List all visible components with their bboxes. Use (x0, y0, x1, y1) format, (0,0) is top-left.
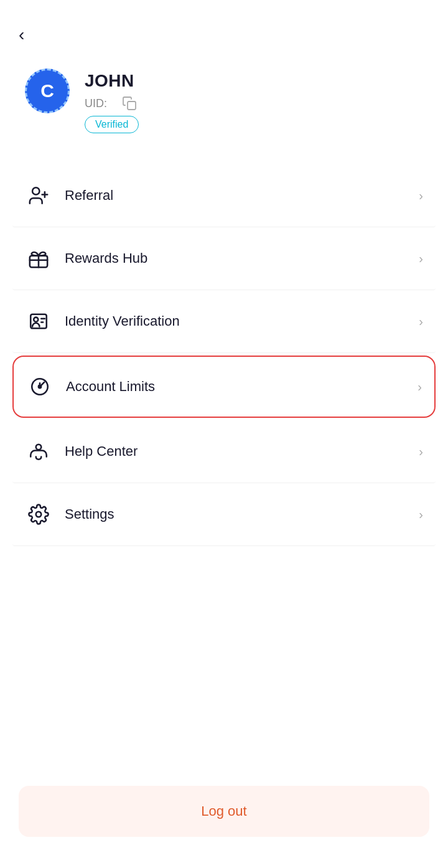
rewards-icon (25, 245, 52, 272)
avatar: C (25, 68, 70, 113)
chevron-icon: › (418, 380, 422, 394)
chevron-icon: › (419, 507, 423, 522)
help-center-label: Help Center (65, 443, 419, 460)
settings-label: Settings (65, 506, 419, 522)
chevron-icon: › (419, 189, 423, 203)
svg-point-11 (36, 445, 42, 450)
account-limits-label: Account Limits (66, 379, 418, 395)
chevron-icon: › (419, 445, 423, 459)
svg-point-6 (34, 318, 38, 322)
menu-item-account-limits[interactable]: Account Limits › (12, 356, 436, 418)
svg-point-1 (32, 187, 39, 194)
rewards-hub-label: Rewards Hub (65, 250, 419, 267)
profile-name: JOHN (85, 71, 139, 91)
copy-icon[interactable] (122, 96, 137, 111)
svg-point-10 (39, 385, 41, 388)
referral-icon (25, 182, 52, 209)
uid-row: UID: (85, 96, 139, 111)
uid-label: UID: (85, 97, 107, 110)
account-limits-icon (26, 373, 54, 400)
menu-item-rewards-hub[interactable]: Rewards Hub › (12, 227, 436, 290)
svg-rect-0 (128, 101, 136, 110)
back-button[interactable]: ‹ (19, 25, 24, 45)
menu-item-identity-verification[interactable]: Identity Verification › (12, 290, 436, 353)
referral-label: Referral (65, 187, 419, 204)
help-icon (25, 438, 52, 465)
menu-list: Referral › Rewards Hub › I (0, 164, 448, 546)
menu-item-help-center[interactable]: Help Center › (12, 420, 436, 483)
menu-item-referral[interactable]: Referral › (12, 164, 436, 227)
profile-section: C JOHN UID: Verified (0, 0, 448, 152)
identity-icon (25, 308, 52, 335)
svg-point-12 (36, 512, 42, 517)
identity-verification-label: Identity Verification (65, 313, 419, 329)
chevron-icon: › (419, 252, 423, 266)
menu-item-settings[interactable]: Settings › (12, 483, 436, 546)
profile-info: JOHN UID: Verified (85, 68, 139, 133)
verified-badge: Verified (85, 116, 139, 133)
logout-section: Log out (19, 786, 429, 837)
chevron-icon: › (419, 314, 423, 329)
settings-icon (25, 501, 52, 528)
logout-button[interactable]: Log out (19, 786, 429, 837)
